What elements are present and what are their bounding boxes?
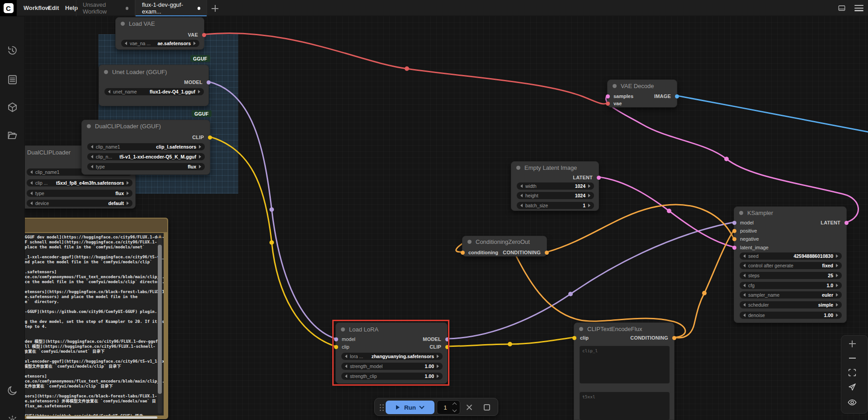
node-note[interactable]: : GGUF dev model](https://huggingface.co… bbox=[14, 218, 168, 419]
node-vae-decode[interactable]: VAE Decode samples vae IMAGE bbox=[607, 79, 677, 107]
node-clip-text-encode-flux[interactable]: CLIPTextEncodeFlux clip CONDITIONING cli… bbox=[574, 322, 675, 420]
decrement-icon[interactable] bbox=[520, 184, 523, 188]
node-ksampler[interactable]: KSampler model positive negative latent_… bbox=[734, 206, 847, 323]
workflows-folder-icon[interactable] bbox=[6, 129, 19, 141]
decrement-icon[interactable] bbox=[91, 155, 93, 159]
increment-icon[interactable] bbox=[127, 181, 129, 185]
widget-strength-clip[interactable]: strength_clip 1.00 bbox=[341, 373, 443, 380]
widget-strength-model[interactable]: strength_model 1.00 bbox=[341, 363, 443, 370]
output-slot-model[interactable]: MODEL bbox=[336, 336, 447, 342]
image-slot-dot[interactable] bbox=[675, 94, 679, 98]
decrement-icon[interactable] bbox=[743, 254, 745, 258]
input-slot-positive[interactable]: positive bbox=[734, 228, 846, 234]
note-header[interactable] bbox=[14, 219, 167, 232]
decrement-icon[interactable] bbox=[108, 90, 110, 93]
output-slot-clip[interactable]: CLIP bbox=[336, 344, 447, 350]
decrement-icon[interactable] bbox=[345, 374, 347, 378]
toggle-link-visibility-eye-icon[interactable] bbox=[846, 396, 859, 409]
menu-hamburger-icon[interactable] bbox=[854, 5, 863, 11]
increment-icon[interactable] bbox=[127, 201, 129, 205]
widget-batch-size[interactable]: batch_size 1 bbox=[517, 202, 594, 209]
batch-increment-icon[interactable] bbox=[453, 402, 457, 406]
node-load-lora[interactable]: Load LoRA model clip MODEL CLIP lora ...… bbox=[335, 322, 448, 384]
decrement-icon[interactable] bbox=[743, 313, 745, 317]
decrement-icon[interactable] bbox=[743, 303, 745, 307]
decrement-icon[interactable] bbox=[91, 165, 93, 168]
widget-cfg[interactable]: cfg 1.0 bbox=[740, 282, 842, 289]
history-icon[interactable] bbox=[6, 44, 19, 56]
increment-icon[interactable] bbox=[588, 194, 590, 197]
widget-device[interactable]: device default bbox=[27, 200, 132, 207]
widget-clip-name2[interactable]: clip ... t5xxl_fp8_e4m3fn.safetensors bbox=[27, 179, 132, 187]
increment-icon[interactable] bbox=[198, 90, 200, 93]
input-slot-latent-image[interactable]: latent_image bbox=[734, 244, 846, 251]
widget-control-after-generate[interactable]: control after generate fixed bbox=[740, 262, 842, 269]
select-cursor-icon[interactable] bbox=[846, 381, 859, 393]
conditioning-slot-dot[interactable] bbox=[672, 336, 676, 340]
output-slot-latent[interactable]: LATENT bbox=[511, 174, 599, 181]
increment-icon[interactable] bbox=[193, 42, 196, 45]
decrement-icon[interactable] bbox=[345, 355, 347, 358]
node-dualcliploader-gguf[interactable]: DualCLIPLoader (GGUF) CLIP clip_name1 cl… bbox=[81, 120, 210, 175]
conditioning-slot-dot[interactable] bbox=[732, 229, 736, 233]
output-slot-clip[interactable]: CLIP bbox=[82, 134, 210, 140]
toggle-bottom-panel-icon[interactable] bbox=[837, 4, 846, 12]
tab-flux-1-dev-gguf[interactable]: flux-1-dev-gguf-exam... bbox=[135, 0, 207, 16]
widget-sampler-name[interactable]: sampler_name euler bbox=[740, 291, 842, 299]
new-workflow-tab-button[interactable] bbox=[212, 5, 218, 12]
increment-icon[interactable] bbox=[127, 191, 129, 195]
note-scrollbar-thumb[interactable] bbox=[158, 245, 162, 394]
widget-clip-name2[interactable]: clip_n... t5-v1_1-xxl-encoder-Q5_K_M.ggu… bbox=[87, 153, 205, 160]
increment-icon[interactable] bbox=[588, 204, 590, 207]
increment-icon[interactable] bbox=[836, 313, 838, 317]
clear-queue-icon[interactable] bbox=[465, 403, 473, 411]
increment-icon[interactable] bbox=[437, 374, 439, 378]
decrement-icon[interactable] bbox=[743, 293, 745, 297]
increment-icon[interactable] bbox=[437, 364, 439, 368]
decrement-icon[interactable] bbox=[743, 274, 745, 277]
queue-icon[interactable] bbox=[6, 74, 19, 86]
widget-scheduler[interactable]: scheduler simple bbox=[740, 301, 842, 308]
decrement-icon[interactable] bbox=[520, 204, 523, 207]
widget-type[interactable]: type flux bbox=[27, 190, 132, 197]
widget-seed[interactable]: seed 425948886010830 bbox=[740, 252, 842, 260]
latent-slot-dot[interactable] bbox=[732, 246, 736, 250]
latent-slot-dot[interactable] bbox=[844, 221, 849, 225]
theme-toggle-moon-icon[interactable] bbox=[6, 384, 19, 397]
vae-slot-dot[interactable] bbox=[202, 33, 206, 37]
decrement-icon[interactable] bbox=[30, 201, 33, 205]
note-horizontal-scrollbar[interactable] bbox=[26, 416, 157, 419]
widget-lora-name[interactable]: lora ... zhangyuanying.safetensors bbox=[341, 353, 443, 360]
model-library-icon[interactable] bbox=[6, 101, 19, 113]
batch-count-input[interactable] bbox=[439, 401, 452, 413]
increment-icon[interactable] bbox=[836, 254, 838, 258]
clip-slot-dot[interactable] bbox=[445, 345, 449, 349]
output-slot-conditioning[interactable]: CONDITIONING bbox=[462, 249, 547, 256]
increment-icon[interactable] bbox=[199, 145, 201, 149]
decrement-icon[interactable] bbox=[345, 364, 347, 368]
increment-icon[interactable] bbox=[836, 284, 838, 287]
clip-l-prompt-textarea[interactable]: clip_l bbox=[580, 346, 670, 383]
conditioning-slot-dot[interactable] bbox=[732, 237, 736, 241]
output-slot-conditioning[interactable]: CONDITIONING bbox=[574, 335, 674, 341]
widget-vae-name[interactable]: vae_na ... ae.safetensors bbox=[121, 40, 199, 47]
increment-icon[interactable] bbox=[588, 184, 590, 188]
node-conditioning-zero-out[interactable]: ConditioningZeroOut conditioning CONDITI… bbox=[462, 236, 547, 257]
node-load-vae[interactable]: Load VAE VAE vae_na ... ae.safetensors bbox=[115, 17, 204, 50]
decrement-icon[interactable] bbox=[125, 42, 127, 45]
widget-unet-name[interactable]: unet_name flux1-dev-Q4_1.gguf bbox=[104, 88, 204, 95]
conditioning-slot-dot[interactable] bbox=[545, 251, 549, 255]
increment-icon[interactable] bbox=[437, 355, 439, 358]
zoom-out-button[interactable] bbox=[846, 352, 859, 364]
run-button[interactable]: Run bbox=[386, 401, 434, 414]
output-slot-model[interactable]: MODEL bbox=[99, 79, 208, 85]
increment-icon[interactable] bbox=[836, 264, 838, 267]
widget-height[interactable]: height 1024 bbox=[517, 192, 594, 199]
widget-clip-name1[interactable]: clip_name1 clip_l.safetensors bbox=[87, 143, 205, 150]
model-slot-dot[interactable] bbox=[207, 80, 211, 84]
comfyui-logo[interactable]: C bbox=[0, 0, 17, 16]
node-empty-latent-image[interactable]: Empty Latent Image LATENT width 1024 hei… bbox=[511, 161, 599, 211]
input-slot-negative[interactable]: negative bbox=[734, 236, 846, 242]
widget-width[interactable]: width 1024 bbox=[517, 182, 594, 190]
increment-icon[interactable] bbox=[199, 165, 201, 168]
